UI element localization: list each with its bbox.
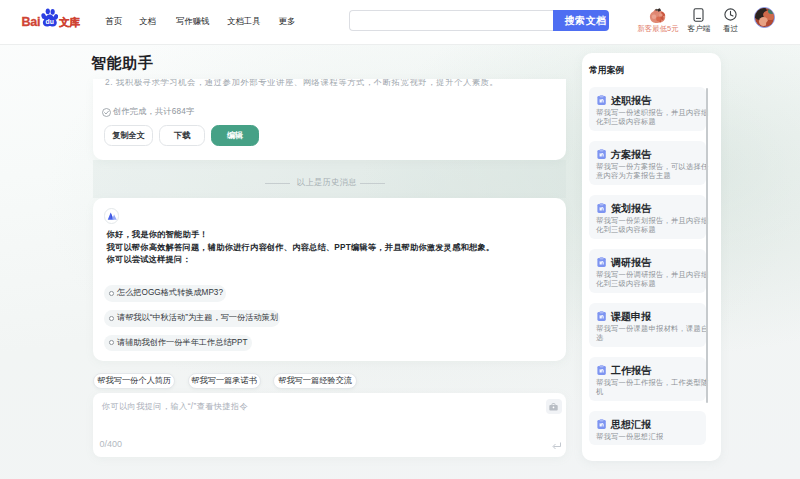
svg-text:du: du: [46, 18, 54, 25]
